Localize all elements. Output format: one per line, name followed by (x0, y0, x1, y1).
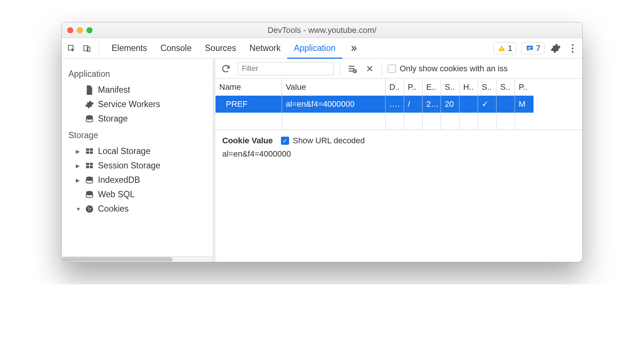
svg-rect-4 (501, 49, 502, 50)
divider (340, 62, 340, 75)
sidebar-item-label: Web SQL (98, 189, 135, 199)
section-storage: Storage (62, 126, 213, 144)
cell: M (515, 96, 533, 113)
device-toggle-icon[interactable] (81, 42, 93, 54)
column-header[interactable]: P.. (515, 79, 533, 96)
cookie-value-text: al=en&f4=4000000 (222, 149, 576, 159)
tab-network[interactable]: Network (243, 38, 287, 59)
sidebar-item-indexeddb[interactable]: ▶IndexedDB (62, 173, 213, 187)
column-header[interactable]: Value (282, 79, 386, 96)
grid-icon (85, 161, 94, 171)
warnings-badge[interactable]: 1 (494, 42, 516, 54)
settings-icon[interactable] (550, 42, 562, 54)
sidebar-item-local-storage[interactable]: ▶Local Storage (62, 144, 213, 158)
cell: al=en&f4=4000000 (282, 96, 386, 113)
svg-rect-11 (86, 148, 89, 150)
sidebar-inner[interactable]: ApplicationManifestService WorkersStorag… (62, 59, 213, 256)
divider (99, 42, 99, 55)
traffic-lights (67, 27, 92, 33)
sidebar: ApplicationManifestService WorkersStorag… (62, 59, 213, 262)
filter-input[interactable] (238, 62, 334, 75)
sidebar-item-label: Service Workers (98, 99, 160, 109)
disclosure-triangle-icon[interactable]: ▶ (76, 148, 81, 154)
cookie-detail: Cookie Value ✓ Show URL decoded al=en&f4… (216, 130, 582, 165)
warning-icon (498, 44, 506, 52)
db-icon (85, 175, 94, 185)
svg-rect-16 (90, 163, 93, 165)
disclosure-triangle-icon[interactable]: ▼ (76, 206, 81, 212)
cookies-toolbar: Only show cookies with an iss (216, 59, 582, 79)
disclosure-triangle-icon[interactable]: ▶ (76, 163, 81, 169)
main-panel: Only show cookies with an iss NameValueD… (216, 59, 582, 262)
close-window-button[interactable] (67, 27, 73, 33)
tab-console[interactable]: Console (154, 38, 198, 59)
body: ApplicationManifestService WorkersStorag… (62, 59, 582, 262)
sidebar-item-manifest[interactable]: Manifest (62, 83, 213, 97)
sidebar-item-service-workers[interactable]: Service Workers (62, 97, 213, 112)
tab-elements[interactable]: Elements (105, 38, 154, 59)
cell: 20 (441, 96, 460, 113)
checkbox-icon (388, 65, 396, 73)
table-row[interactable]: PREFal=en&f4=4000000…./2…20✓M (216, 96, 582, 113)
svg-rect-18 (90, 166, 93, 168)
disclosure-triangle-icon[interactable]: ▶ (76, 177, 81, 183)
sidebar-item-session-storage[interactable]: ▶Session Storage (62, 158, 213, 173)
tab-sources[interactable]: Sources (198, 38, 243, 59)
more-tabs-icon[interactable] (346, 44, 361, 52)
sidebar-scrollbar[interactable] (62, 256, 213, 262)
column-header[interactable]: Name (216, 79, 282, 96)
sidebar-item-web-sql[interactable]: Web SQL (62, 187, 213, 202)
sidebar-item-storage[interactable]: Storage (62, 112, 213, 126)
column-header[interactable]: P.. (404, 79, 423, 96)
column-header[interactable]: S.. (441, 79, 460, 96)
svg-rect-3 (501, 47, 502, 49)
kebab-menu-icon[interactable] (567, 42, 579, 54)
column-header[interactable]: S.. (496, 79, 515, 96)
column-header[interactable]: D.. (386, 79, 404, 96)
titlebar: DevTools - www.youtube.com/ (62, 23, 582, 38)
delete-icon[interactable] (364, 63, 376, 75)
svg-rect-12 (90, 148, 93, 150)
svg-point-7 (572, 44, 574, 46)
devtools-window: DevTools - www.youtube.com/ ElementsCons… (61, 22, 583, 262)
file-icon (85, 85, 94, 95)
cookie-icon (85, 204, 94, 214)
table-header: NameValueD..P..E..S..H..S..S..P.. (216, 79, 582, 96)
checkbox-icon: ✓ (281, 137, 289, 145)
cell: / (404, 96, 423, 113)
url-decoded-toggle[interactable]: ✓ Show URL decoded (281, 136, 365, 146)
column-header[interactable]: E.. (423, 79, 441, 96)
divider (382, 62, 382, 75)
svg-rect-17 (86, 166, 89, 168)
svg-rect-14 (90, 151, 93, 154)
column-header[interactable]: H.. (460, 79, 478, 96)
tab-application[interactable]: Application (287, 38, 342, 59)
refresh-icon[interactable] (220, 63, 232, 75)
grid-icon (85, 147, 94, 156)
warnings-count: 1 (508, 44, 512, 53)
sidebar-item-label: Local Storage (98, 146, 150, 156)
sidebar-item-cookies[interactable]: ▼Cookies (62, 202, 213, 216)
messages-badge[interactable]: 7 (522, 42, 545, 54)
zoom-window-button[interactable] (87, 27, 92, 33)
detail-title: Cookie Value (222, 136, 273, 146)
inspect-icon[interactable] (65, 42, 77, 54)
cell: …. (386, 96, 404, 113)
clear-all-icon[interactable] (346, 63, 358, 75)
only-issues-toggle[interactable]: Only show cookies with an iss (388, 64, 508, 73)
cell: ✓ (478, 96, 496, 113)
section-application: Application (62, 65, 213, 83)
svg-point-24 (89, 209, 90, 211)
db-icon (85, 190, 94, 199)
table-row-empty (216, 113, 582, 130)
minimize-window-button[interactable] (77, 27, 83, 33)
cell: 2… (423, 96, 441, 113)
message-icon (526, 44, 534, 52)
url-decoded-label: Show URL decoded (293, 136, 365, 146)
cell (460, 96, 478, 113)
svg-point-8 (572, 47, 574, 49)
column-header[interactable]: S.. (478, 79, 496, 96)
window-title: DevTools - www.youtube.com/ (62, 25, 582, 35)
svg-point-9 (572, 51, 574, 53)
sidebar-item-label: Cookies (98, 204, 129, 214)
